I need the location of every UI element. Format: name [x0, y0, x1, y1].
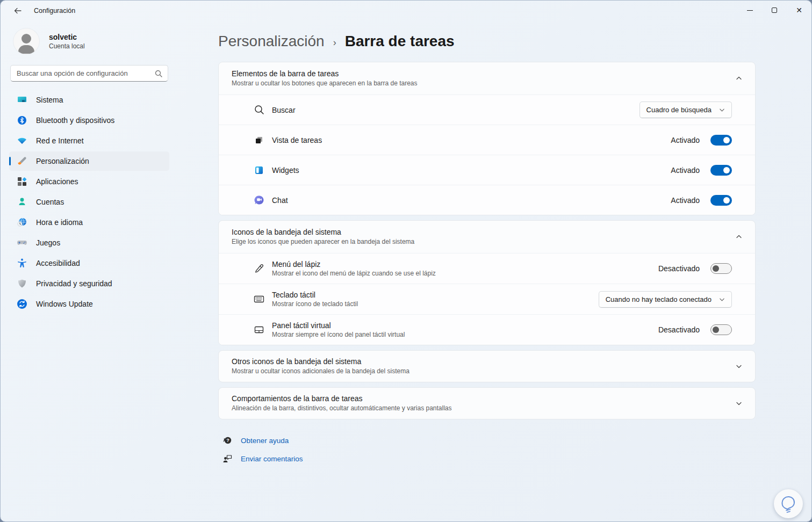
- task-view-icon: [253, 135, 265, 145]
- titlebar: Configuración ✕: [1, 1, 811, 21]
- sidebar-item-juegos[interactable]: Juegos: [9, 233, 169, 252]
- chat-toggle[interactable]: [710, 195, 732, 206]
- lightbulb-icon: [779, 493, 797, 514]
- vista-de-tareas-toggle[interactable]: [710, 135, 732, 146]
- settings-search-box[interactable]: [10, 65, 168, 82]
- sidebar-item-accesibilidad[interactable]: Accesibilidad: [9, 253, 169, 273]
- maximize-icon: [772, 8, 777, 13]
- row-widgets: Widgets Activado: [219, 155, 755, 185]
- card-subtitle: Alineación de la barra, distintivos, ocu…: [232, 404, 452, 412]
- buscar-dropdown-value: Cuadro de búsqueda: [646, 106, 712, 114]
- windows-update-icon: [17, 299, 27, 309]
- card-subtitle: Mostrar u ocultar los botones que aparec…: [232, 79, 418, 87]
- virtual-touchpad-icon: [253, 324, 265, 335]
- window-title: Configuración: [34, 7, 75, 15]
- row-chat: Chat Activado: [219, 185, 755, 215]
- teclado-tactil-dropdown[interactable]: Cuando no hay teclado conectado: [599, 291, 732, 308]
- accessibility-icon: [17, 258, 27, 269]
- sidebar-item-red[interactable]: Red e Internet: [9, 131, 169, 150]
- row-buscar: Buscar Cuadro de búsqueda: [219, 95, 755, 125]
- card-title: Elementos de la barra de tareas: [232, 69, 418, 78]
- card-title: Iconos de la bandeja del sistema: [232, 228, 414, 236]
- card-subtitle: Mostrar u ocultar iconos adicionales de …: [232, 367, 409, 375]
- toggle-status: Desactivado: [658, 325, 700, 334]
- accounts-icon: [17, 197, 27, 207]
- sidebar-item-label: Accesibilidad: [36, 259, 80, 267]
- card-taskbar-behaviors: Comportamientos de la barra de tareas Al…: [218, 387, 756, 419]
- card-tray-icons: Iconos de la bandeja del sistema Elige l…: [218, 220, 756, 345]
- paintbrush-icon: [17, 156, 27, 166]
- touch-keyboard-icon: [253, 294, 265, 305]
- sidebar-item-label: Windows Update: [36, 300, 93, 308]
- panel-tactil-toggle[interactable]: [710, 324, 732, 335]
- minimize-icon: [747, 10, 753, 11]
- chevron-down-icon[interactable]: [736, 400, 742, 407]
- back-button[interactable]: [9, 4, 26, 18]
- minimize-button[interactable]: [737, 1, 762, 20]
- row-menu-lapiz: Menú del lápiz Mostrar el icono del menú…: [219, 253, 755, 284]
- sidebar-item-personalizacion[interactable]: Personalización: [9, 151, 169, 171]
- card-other-tray-icons-header[interactable]: Otros iconos de la bandeja del sistema M…: [219, 351, 755, 382]
- pen-icon: [253, 263, 265, 274]
- row-label: Chat: [272, 196, 288, 205]
- toggle-status: Desactivado: [658, 264, 700, 273]
- sidebar-item-label: Bluetooth y dispositivos: [36, 116, 114, 125]
- toggle-status: Activado: [671, 136, 700, 144]
- sidebar-item-hora[interactable]: Hora e idioma: [9, 213, 169, 232]
- sidebar-item-windows-update[interactable]: Windows Update: [9, 294, 169, 314]
- search-icon: [155, 70, 162, 77]
- sidebar-item-cuentas[interactable]: Cuentas: [9, 192, 169, 212]
- card-title: Otros iconos de la bandeja del sistema: [232, 357, 409, 366]
- breadcrumb-parent[interactable]: Personalización: [218, 33, 325, 50]
- search-input[interactable]: [17, 69, 155, 77]
- card-taskbar-items-header[interactable]: Elementos de la barra de tareas Mostrar …: [219, 62, 755, 95]
- close-button[interactable]: ✕: [787, 1, 811, 20]
- card-taskbar-items: Elementos de la barra de tareas Mostrar …: [218, 62, 756, 215]
- buscar-dropdown[interactable]: Cuadro de búsqueda: [639, 102, 732, 118]
- time-language-icon: [17, 217, 27, 228]
- send-feedback-link-row: Enviar comentarios: [221, 454, 756, 464]
- footer-links: ? Obtener ayuda Enviar comentarios: [218, 436, 756, 464]
- sidebar-item-label: Cuentas: [36, 198, 64, 206]
- chat-icon: [253, 195, 265, 205]
- sidebar-item-aplicaciones[interactable]: Aplicaciones: [9, 172, 169, 191]
- sidebar-item-label: Juegos: [36, 238, 60, 247]
- account-name: solvetic: [49, 33, 85, 41]
- row-label: Vista de tareas: [272, 136, 322, 144]
- card-other-tray-icons: Otros iconos de la bandeja del sistema M…: [218, 350, 756, 382]
- widgets-toggle[interactable]: [710, 165, 732, 176]
- row-vista-de-tareas: Vista de tareas Activado: [219, 125, 755, 155]
- sidebar-item-label: Red e Internet: [36, 136, 84, 145]
- sidebar-nav: Sistema Bluetooth y dispositivos Red e I…: [9, 90, 169, 314]
- menu-lapiz-toggle[interactable]: [710, 263, 732, 274]
- get-help-link[interactable]: Obtener ayuda: [241, 437, 289, 445]
- card-taskbar-behaviors-header[interactable]: Comportamientos de la barra de tareas Al…: [219, 388, 755, 419]
- card-tray-icons-header[interactable]: Iconos de la bandeja del sistema Elige l…: [219, 221, 755, 253]
- toggle-status: Activado: [671, 166, 700, 175]
- settings-window: Configuración ✕ solvetic Cuenta local: [0, 0, 812, 522]
- chevron-up-icon[interactable]: [736, 75, 742, 82]
- chevron-down-icon[interactable]: [736, 363, 742, 369]
- tips-bulb-button[interactable]: [774, 489, 803, 518]
- chevron-down-icon: [719, 107, 725, 113]
- row-label: Teclado táctil: [272, 291, 358, 299]
- shield-icon: [17, 278, 27, 289]
- bluetooth-icon: [17, 115, 27, 126]
- chevron-up-icon[interactable]: [736, 234, 742, 240]
- main-content: Personalización › Barra de tareas Elemen…: [218, 21, 756, 472]
- card-title: Comportamientos de la barra de tareas: [232, 394, 452, 403]
- account-card[interactable]: solvetic Cuenta local: [9, 21, 169, 64]
- send-feedback-link[interactable]: Enviar comentarios: [241, 455, 303, 463]
- widgets-icon: [253, 165, 265, 175]
- teclado-tactil-dropdown-value: Cuando no hay teclado conectado: [606, 295, 712, 303]
- maximize-button[interactable]: [762, 1, 787, 20]
- sidebar-item-privacidad[interactable]: Privacidad y seguridad: [9, 274, 169, 293]
- apps-icon: [17, 176, 27, 187]
- sidebar-item-bluetooth[interactable]: Bluetooth y dispositivos: [9, 111, 169, 130]
- row-label: Menú del lápiz: [272, 260, 436, 269]
- row-caption: Mostrar ícono de teclado táctil: [272, 300, 358, 308]
- sidebar-item-sistema[interactable]: Sistema: [9, 90, 169, 110]
- chevron-down-icon: [719, 296, 725, 302]
- arrow-left-icon: [13, 6, 22, 15]
- row-teclado-tactil: Teclado táctil Mostrar ícono de teclado …: [219, 284, 755, 314]
